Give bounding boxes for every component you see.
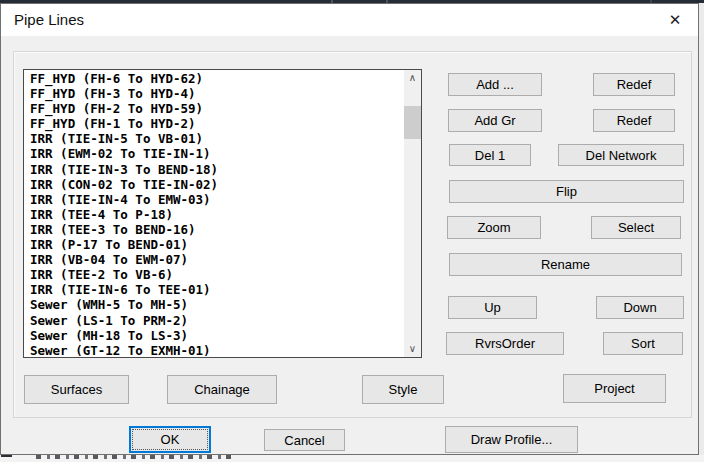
- list-scrollbar[interactable]: ∧ ∨: [404, 70, 421, 357]
- list-item[interactable]: IRR (TIE-IN-3 To BEND-18): [30, 162, 404, 177]
- list-item[interactable]: Sewer (GT-12 To EXMH-01): [30, 343, 404, 356]
- down-button[interactable]: Down: [596, 296, 684, 319]
- zoom-button[interactable]: Zoom: [447, 216, 541, 239]
- list-item[interactable]: IRR (TEE-3 To BEND-16): [30, 222, 404, 237]
- list-item[interactable]: FF_HYD (FH-2 To HYD-59): [30, 101, 404, 116]
- close-icon: ✕: [669, 11, 682, 29]
- focus-rect: [132, 429, 208, 450]
- rename-button[interactable]: Rename: [449, 253, 682, 276]
- rvrsorder-button[interactable]: RvrsOrder: [446, 332, 564, 355]
- pipe-lines-list[interactable]: FF_HYD (FH-6 To HYD-62)FF_HYD (FH-3 To H…: [24, 71, 404, 356]
- pipe-lines-listbox[interactable]: FF_HYD (FH-6 To HYD-62)FF_HYD (FH-3 To H…: [23, 69, 422, 358]
- list-item[interactable]: IRR (TIE-IN-4 To EMW-03): [30, 192, 404, 207]
- flip-button[interactable]: Flip: [449, 180, 684, 203]
- list-item[interactable]: IRR (TEE-2 To VB-6): [30, 267, 404, 282]
- background-app-right-strip: [699, 3, 704, 462]
- del-1-button[interactable]: Del 1: [449, 144, 531, 166]
- sort-button[interactable]: Sort: [603, 332, 683, 355]
- del-network-button[interactable]: Del Network: [558, 144, 684, 166]
- list-item[interactable]: Sewer (WMH-5 To MH-5): [30, 297, 404, 312]
- list-item[interactable]: IRR (TEE-4 To P-18): [30, 207, 404, 222]
- scroll-down-icon: ∨: [409, 344, 416, 354]
- list-item[interactable]: FF_HYD (FH-6 To HYD-62): [30, 71, 404, 86]
- list-item[interactable]: FF_HYD (FH-3 To HYD-4): [30, 86, 404, 101]
- scroll-down-button[interactable]: ∨: [404, 341, 421, 357]
- scroll-up-button[interactable]: ∧: [404, 70, 421, 86]
- select-button[interactable]: Select: [591, 216, 681, 239]
- close-button[interactable]: ✕: [652, 4, 698, 36]
- style-button[interactable]: Style: [362, 375, 444, 404]
- chainage-button[interactable]: Chainage: [167, 375, 277, 404]
- ok-button[interactable]: OK: [129, 426, 211, 453]
- up-button[interactable]: Up: [448, 296, 537, 319]
- list-item[interactable]: IRR (CON-02 To TIE-IN-02): [30, 177, 404, 192]
- surfaces-button[interactable]: Surfaces: [24, 375, 129, 404]
- list-item[interactable]: IRR (EWM-02 To TIE-IN-1): [30, 146, 404, 161]
- list-item[interactable]: IRR (TIE-IN-6 To TEE-01): [30, 282, 404, 297]
- pipe-lines-dialog: Pipe Lines ✕ FF_HYD (FH-6 To HYD-62)FF_H…: [0, 3, 699, 455]
- list-item[interactable]: IRR (TIE-IN-5 To VB-01): [30, 131, 404, 146]
- add-button[interactable]: Add ...: [448, 73, 542, 96]
- add-gr-button[interactable]: Add Gr: [448, 109, 542, 132]
- scroll-up-icon: ∧: [409, 73, 416, 83]
- dialog-title: Pipe Lines: [14, 4, 84, 36]
- redef-button-2[interactable]: Redef: [593, 109, 675, 132]
- list-item[interactable]: Sewer (LS-1 To PRM-2): [30, 313, 404, 328]
- scrollbar-thumb[interactable]: [404, 106, 421, 139]
- cancel-button[interactable]: Cancel: [264, 429, 345, 451]
- project-button[interactable]: Project: [563, 374, 666, 403]
- draw-profile-button[interactable]: Draw Profile...: [445, 426, 578, 453]
- titlebar[interactable]: Pipe Lines ✕: [1, 4, 698, 36]
- list-item[interactable]: FF_HYD (FH-1 To HYD-2): [30, 116, 404, 131]
- list-item[interactable]: IRR (VB-04 To EWM-07): [30, 252, 404, 267]
- list-item[interactable]: Sewer (MH-18 To LS-3): [30, 328, 404, 343]
- list-item[interactable]: IRR (P-17 To BEND-01): [30, 237, 404, 252]
- redef-button-1[interactable]: Redef: [593, 73, 675, 96]
- background-clipped-text: [36, 455, 236, 459]
